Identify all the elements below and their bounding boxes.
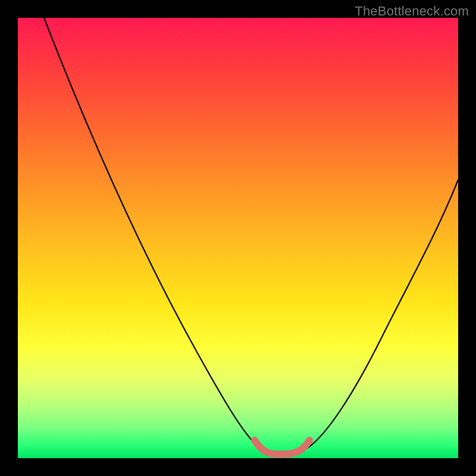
chart-stage: TheBottleneck.com: [0, 0, 476, 476]
gradient-plot-area: [18, 18, 458, 458]
bottleneck-curve-path: [44, 18, 458, 455]
watermark-text: TheBottleneck.com: [355, 4, 469, 19]
curve-layer: [18, 18, 458, 458]
optimal-region-path: [255, 440, 309, 455]
